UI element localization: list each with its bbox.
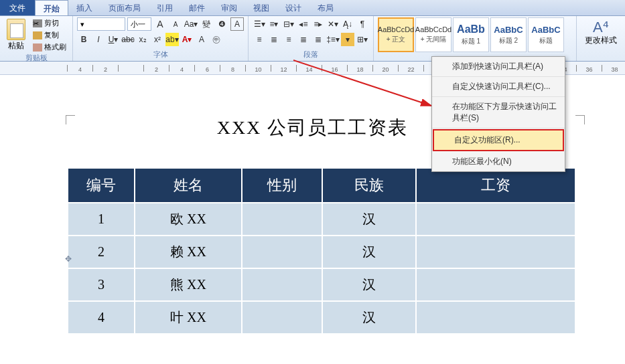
grow-font-button[interactable]: A bbox=[153, 17, 167, 31]
multilevel-button[interactable]: ⊟▾ bbox=[282, 17, 295, 31]
change-style-button[interactable]: A⁴ 更改样式 bbox=[581, 17, 621, 48]
phonetic-button[interactable]: 變 bbox=[200, 17, 213, 31]
table-cell[interactable]: 1 bbox=[68, 203, 135, 236]
style-标题 2[interactable]: AaBbC标题 2 bbox=[490, 17, 527, 52]
table-cell[interactable] bbox=[242, 236, 322, 268]
char-border-button[interactable]: A bbox=[230, 17, 244, 31]
numbering-button[interactable]: ≡▾ bbox=[267, 17, 281, 31]
format-painter-button[interactable]: 格式刷 bbox=[31, 41, 68, 53]
table-cell[interactable] bbox=[416, 268, 575, 301]
change-style-label: 更改样式 bbox=[585, 35, 617, 46]
style-+ 无间隔[interactable]: AaBbCcDd+ 无间隔 bbox=[415, 17, 452, 52]
table-header-cell[interactable]: 编号 bbox=[68, 168, 135, 203]
increase-indent-button[interactable]: ≡▸ bbox=[311, 17, 325, 31]
tab-table-layout[interactable]: 布局 bbox=[309, 0, 342, 15]
table-anchor-icon[interactable]: ✥ bbox=[65, 254, 72, 264]
group-font-label: 字体 bbox=[77, 50, 244, 61]
table-header-cell[interactable]: 性别 bbox=[242, 168, 322, 203]
underline-button[interactable]: U▾ bbox=[107, 33, 120, 46]
table-header-cell[interactable]: 工资 bbox=[416, 168, 575, 203]
tab-home[interactable]: 开始 bbox=[35, 0, 68, 15]
ribbon: 粘贴 ✂剪切 复制 格式刷 剪贴板 ▾ 小一 A A Aa▾ 變 ❹ A B bbox=[0, 16, 625, 62]
clear-format-button[interactable]: ❹ bbox=[215, 17, 228, 31]
tab-references[interactable]: 引用 bbox=[149, 0, 181, 15]
bullets-button[interactable]: ☰▾ bbox=[253, 17, 266, 31]
strikethrough-button[interactable]: abc bbox=[121, 33, 135, 46]
table-cell[interactable] bbox=[242, 203, 322, 236]
copy-button[interactable]: 复制 bbox=[31, 29, 68, 41]
line-spacing-button[interactable]: ‡≡▾ bbox=[326, 33, 340, 46]
font-family-combo[interactable]: ▾ bbox=[77, 17, 125, 31]
style-标题[interactable]: AaBbC标题 bbox=[528, 17, 564, 52]
align-center-button[interactable]: ≣ bbox=[267, 33, 281, 46]
margin-corner-tl bbox=[66, 115, 75, 124]
table-cell[interactable]: 3 bbox=[68, 268, 135, 301]
font-size-combo[interactable]: 小一 bbox=[127, 17, 151, 31]
table-cell[interactable]: 2 bbox=[68, 236, 135, 268]
table-cell[interactable]: 欧 XX bbox=[135, 203, 242, 236]
borders-button[interactable]: ⊞▾ bbox=[356, 33, 369, 46]
tab-file[interactable]: 文件 bbox=[0, 0, 35, 15]
italic-button[interactable]: I bbox=[92, 33, 105, 46]
table-cell[interactable] bbox=[242, 301, 322, 334]
table-header-cell[interactable]: 民族 bbox=[322, 168, 416, 203]
shading-button[interactable]: ▾ bbox=[341, 33, 354, 46]
copy-icon bbox=[33, 31, 42, 39]
ctx-minimize-ribbon[interactable]: 功能区最小化(N) bbox=[432, 152, 565, 171]
table-cell[interactable] bbox=[416, 203, 575, 236]
shrink-font-button[interactable]: A bbox=[169, 17, 182, 31]
align-right-button[interactable]: ≡ bbox=[282, 33, 295, 46]
change-style-icon: A⁴ bbox=[593, 19, 609, 35]
tab-insert[interactable]: 插入 bbox=[68, 0, 100, 15]
table-cell[interactable]: 汉 bbox=[322, 268, 416, 301]
distribute-button[interactable]: ≣ bbox=[311, 33, 325, 46]
tab-mail[interactable]: 邮件 bbox=[181, 0, 213, 15]
show-marks-button[interactable]: ¶ bbox=[356, 17, 369, 31]
table-row: 2赖 XX汉 bbox=[68, 236, 575, 268]
tab-review[interactable]: 审阅 bbox=[213, 0, 245, 15]
paste-button[interactable]: 粘贴 bbox=[4, 17, 28, 53]
table-cell[interactable]: 汉 bbox=[322, 301, 416, 334]
table-cell[interactable] bbox=[242, 268, 322, 301]
paste-icon bbox=[7, 19, 25, 40]
sort-button[interactable]: Ą↓ bbox=[341, 17, 354, 31]
tab-view[interactable]: 视图 bbox=[245, 0, 277, 15]
tab-page-layout[interactable]: 页面布局 bbox=[100, 0, 149, 15]
tab-design[interactable]: 设计 bbox=[277, 0, 309, 15]
table-cell[interactable]: 赖 XX bbox=[135, 236, 242, 268]
highlight-button[interactable]: ab▾ bbox=[165, 33, 179, 46]
justify-button[interactable]: ≣ bbox=[297, 33, 310, 46]
table-cell[interactable] bbox=[416, 236, 575, 268]
style-+ 正文[interactable]: AaBbCcDd+ 正文 bbox=[378, 17, 414, 52]
decrease-indent-button[interactable]: ◂≡ bbox=[297, 17, 310, 31]
asian-layout-button[interactable]: ✕▾ bbox=[326, 17, 340, 31]
ctx-show-below-ribbon[interactable]: 在功能区下方显示快速访问工具栏(S) bbox=[432, 97, 565, 128]
table-cell[interactable]: 叶 XX bbox=[135, 301, 242, 334]
table-cell[interactable]: 4 bbox=[68, 301, 135, 334]
ctx-add-quick-access[interactable]: 添加到快速访问工具栏(A) bbox=[432, 57, 565, 77]
table-cell[interactable]: 熊 XX bbox=[135, 268, 242, 301]
char-shading-button[interactable]: A bbox=[195, 33, 208, 46]
table-header-cell[interactable]: 姓名 bbox=[135, 168, 242, 203]
group-font: ▾ 小一 A A Aa▾ 變 ❹ A B I U▾ abc x₂ x² ab▾ … bbox=[73, 16, 249, 61]
bold-button[interactable]: B bbox=[77, 33, 90, 46]
paste-label: 粘贴 bbox=[8, 40, 24, 52]
change-case-button[interactable]: Aa▾ bbox=[184, 17, 198, 31]
table-cell[interactable]: 汉 bbox=[322, 236, 416, 268]
cut-button[interactable]: ✂剪切 bbox=[31, 17, 68, 29]
font-color-button[interactable]: A▾ bbox=[180, 33, 194, 46]
group-styles: AaBbCcDd+ 正文AaBbCcDd+ 无间隔AaBb标题 1AaBbC标题… bbox=[374, 16, 577, 61]
table-cell[interactable]: 汉 bbox=[322, 203, 416, 236]
superscript-button[interactable]: x² bbox=[151, 33, 164, 46]
ctx-customize-quick-access[interactable]: 自定义快速访问工具栏(C)... bbox=[432, 77, 565, 97]
align-left-button[interactable]: ≡ bbox=[253, 33, 266, 46]
table-row: 1欧 XX汉 bbox=[68, 203, 575, 236]
table-cell[interactable] bbox=[416, 301, 575, 334]
subscript-button[interactable]: x₂ bbox=[136, 33, 149, 46]
group-paragraph-label: 段落 bbox=[253, 50, 369, 61]
enclose-char-button[interactable]: ㊥ bbox=[210, 33, 223, 46]
ribbon-tabs: 文件 开始 插入 页面布局 引用 邮件 审阅 视图 设计 布局 bbox=[0, 0, 625, 16]
margin-corner-tr bbox=[575, 115, 585, 124]
ctx-customize-ribbon[interactable]: 自定义功能区(R)... bbox=[433, 129, 564, 151]
style-标题 1[interactable]: AaBb标题 1 bbox=[453, 17, 489, 52]
